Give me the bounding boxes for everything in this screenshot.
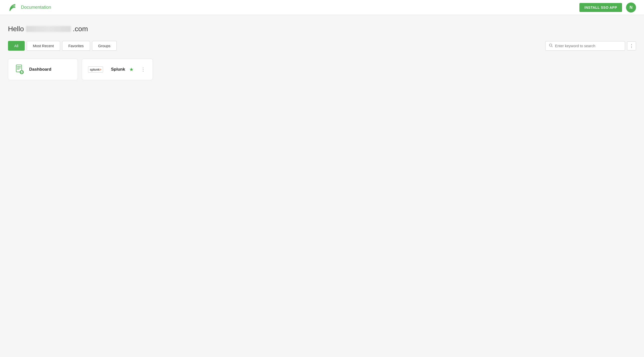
user-avatar[interactable]: N bbox=[626, 3, 636, 13]
header-left: Documentation bbox=[8, 3, 51, 13]
cards-grid: Dashboard splunk> Splunk ★ ⋮ bbox=[8, 59, 636, 80]
tab-all[interactable]: All bbox=[8, 41, 25, 51]
splunk-card[interactable]: splunk> Splunk ★ ⋮ bbox=[82, 59, 153, 80]
app-logo-icon bbox=[8, 3, 18, 13]
splunk-card-icon: splunk> bbox=[88, 66, 103, 73]
greeting-section: Hello .com bbox=[8, 25, 636, 33]
filter-tabs: All Most Recent Favorites Groups bbox=[8, 41, 117, 51]
header-right: INSTALL SSO APP N bbox=[580, 3, 636, 13]
install-sso-button[interactable]: INSTALL SSO APP bbox=[580, 3, 622, 12]
svg-line-1 bbox=[552, 46, 553, 47]
header: Documentation INSTALL SSO APP N bbox=[0, 0, 644, 15]
more-vert-icon: ⋮ bbox=[629, 43, 634, 49]
domain-suffix: .com bbox=[73, 25, 88, 33]
dashboard-card-title: Dashboard bbox=[29, 67, 52, 72]
toolbar: All Most Recent Favorites Groups ⋮ bbox=[8, 41, 636, 51]
dashboard-card-icon bbox=[14, 64, 25, 75]
more-options-button[interactable]: ⋮ bbox=[627, 42, 636, 51]
tab-favorites[interactable]: Favorites bbox=[62, 41, 90, 51]
three-dot-icon: ⋮ bbox=[141, 66, 146, 72]
search-input[interactable] bbox=[555, 44, 621, 48]
hello-text: Hello bbox=[8, 25, 24, 33]
splunk-logo: splunk> bbox=[88, 66, 103, 73]
splunk-more-options-button[interactable]: ⋮ bbox=[140, 65, 147, 73]
favorite-star-icon[interactable]: ★ bbox=[129, 66, 134, 72]
header-title: Documentation bbox=[21, 5, 51, 10]
search-icon bbox=[549, 44, 553, 49]
main-content: Hello .com All Most Recent Favorites Gro… bbox=[0, 15, 644, 90]
username-blur bbox=[26, 26, 71, 32]
splunk-arrow-icon: > bbox=[100, 68, 101, 71]
dashboard-card[interactable]: Dashboard bbox=[8, 59, 78, 80]
tab-groups[interactable]: Groups bbox=[92, 41, 117, 51]
search-area: ⋮ bbox=[545, 41, 636, 51]
tab-most-recent[interactable]: Most Recent bbox=[27, 41, 60, 51]
splunk-card-title: Splunk bbox=[111, 67, 125, 72]
search-box bbox=[545, 41, 625, 51]
